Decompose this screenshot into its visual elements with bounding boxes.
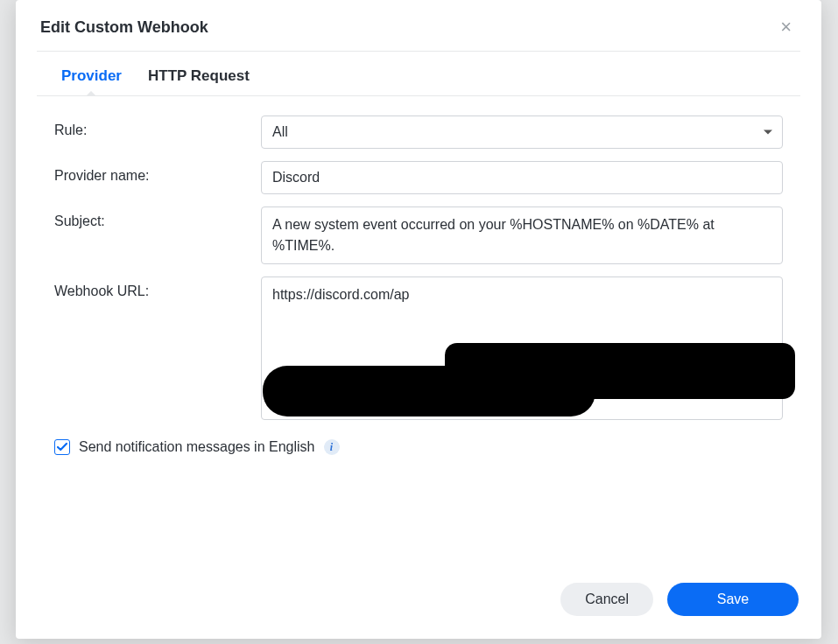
row-subject: Subject: A new system event occurred on … (54, 206, 783, 264)
edit-webhook-modal: Edit Custom Webhook × Provider HTTP Requ… (16, 0, 821, 639)
rule-select-wrap: All (261, 116, 783, 149)
row-rule: Rule: All (54, 116, 783, 149)
row-english-notifications: Send notification messages in English i (54, 439, 783, 455)
modal-footer: Cancel Save (16, 569, 821, 639)
tab-bar: Provider HTTP Request (37, 52, 800, 96)
check-icon (57, 443, 67, 452)
row-webhook-url: Webhook URL: https://discord.com/ap (54, 276, 783, 420)
row-provider-name: Provider name: (54, 161, 783, 194)
subject-input[interactable]: A new system event occurred on your %HOS… (261, 206, 783, 264)
modal-title: Edit Custom Webhook (40, 18, 208, 37)
rule-select[interactable]: All (261, 116, 783, 149)
cancel-button[interactable]: Cancel (560, 583, 653, 616)
label-rule: Rule: (54, 116, 261, 138)
english-notifications-checkbox[interactable] (54, 439, 70, 455)
subject-control: A new system event occurred on your %HOS… (261, 206, 783, 264)
provider-name-input[interactable] (261, 161, 783, 194)
form-area: Rule: All Provider name: Subject: A new … (16, 96, 821, 569)
english-notifications-label: Send notification messages in English (79, 439, 315, 455)
close-icon[interactable]: × (775, 16, 797, 38)
label-subject: Subject: (54, 206, 261, 229)
save-button[interactable]: Save (667, 583, 799, 616)
tab-provider[interactable]: Provider (61, 67, 122, 95)
provider-name-control (261, 161, 783, 194)
webhook-url-input[interactable]: https://discord.com/ap (261, 276, 783, 420)
tab-http-request[interactable]: HTTP Request (148, 67, 250, 95)
rule-select-value: All (272, 124, 288, 140)
modal-header: Edit Custom Webhook × (16, 0, 821, 51)
label-provider-name: Provider name: (54, 161, 261, 184)
webhook-url-control: https://discord.com/ap (261, 276, 783, 420)
label-webhook-url: Webhook URL: (54, 276, 261, 299)
info-icon[interactable]: i (324, 439, 340, 455)
